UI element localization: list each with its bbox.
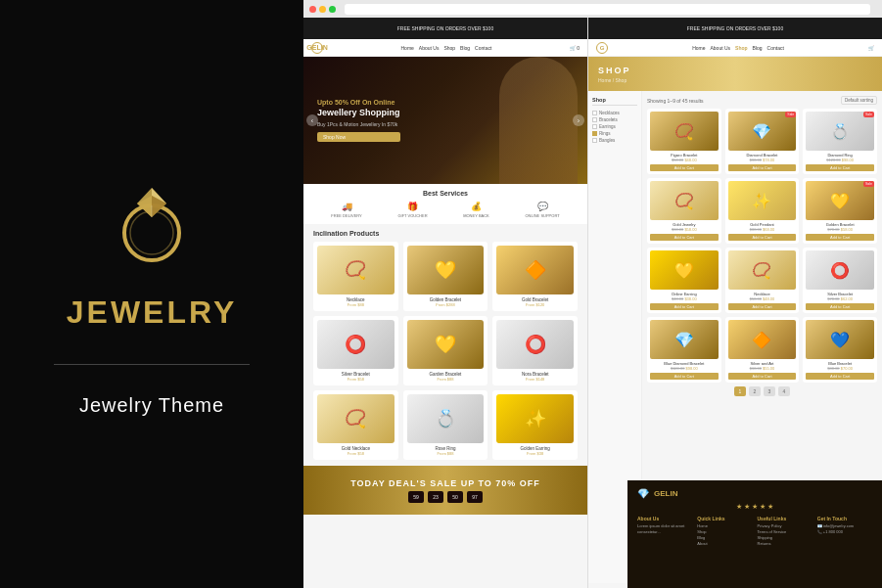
filter-bracelets[interactable]: Bracelets	[592, 116, 637, 123]
footer-contact: Get In Touch 📧 info@jewelry.com 📞 +1 800…	[817, 516, 872, 547]
shop-product-image: 🔶	[728, 320, 797, 359]
add-to-cart-button[interactable]: Add to Cart	[728, 164, 797, 171]
page-2[interactable]: 2	[749, 386, 761, 396]
delivery-label: FREE DELIVERY	[331, 213, 362, 218]
nav-blog[interactable]: Blog	[460, 45, 470, 51]
shop-nav-cart[interactable]: 🛒	[868, 45, 874, 51]
product-card[interactable]: ✨ Golden Earring From $38	[492, 390, 578, 460]
star-2: ★	[744, 503, 750, 511]
shop-nav-about[interactable]: About Us	[711, 45, 731, 51]
timer-ms: 97	[467, 491, 483, 503]
add-to-cart-button[interactable]: Add to Cart	[650, 373, 719, 380]
deal-title: TODAY DEAL'S SALE UP TO 70% OFF	[350, 478, 540, 488]
shop-product-image: 💍	[806, 112, 874, 151]
shop-products-grid: 📿 Figaro Bracelet $58.00 $48.00 Add to C…	[647, 109, 877, 383]
site-preview-left: FREE SHIPPING ON ORDERS OVER $100 GELIN …	[303, 18, 587, 588]
add-to-cart-button[interactable]: Add to Cart	[806, 303, 874, 310]
shop-product-price: $48.00 $38.00	[650, 296, 719, 301]
page-1[interactable]: 1	[734, 386, 746, 396]
product-card[interactable]: 💍 Rose Ring From $88	[403, 390, 488, 460]
site-logo: GELIN	[311, 42, 323, 54]
shop-product-price: $68.00 $58.00	[650, 227, 719, 232]
shop-product-price: $88.00 $70.00	[806, 366, 874, 371]
filter-necklaces[interactable]: Necklaces	[592, 110, 637, 116]
shop-product-card[interactable]: 📿 Gold Jewelry $68.00 $58.00 Add to Cart	[647, 178, 721, 244]
browser-minimize-dot[interactable]	[319, 6, 326, 13]
shop-product-card[interactable]: Sale 💛 Golden Bracelet $78.00 $58.00 Add…	[803, 178, 877, 244]
nav-contact[interactable]: Contact	[475, 45, 491, 51]
services-title: Best Services	[313, 190, 578, 197]
shop-top-bar-text: FREE SHIPPING ON ORDERS OVER $100	[687, 25, 783, 31]
hero-next-arrow[interactable]: ›	[573, 114, 584, 126]
logo-part2: Y	[213, 294, 237, 330]
product-card[interactable]: 📿 Gold Necklace From $58	[313, 390, 398, 460]
shop-product-card[interactable]: 🔶 Silver and Art $68.00 $55.00 Add to Ca…	[725, 317, 800, 383]
logo-brand-name: JEWELRY	[67, 294, 238, 331]
shop-product-card[interactable]: Sale 💎 Diamond Bracelet $98.00 $78.00 Ad…	[725, 109, 800, 174]
add-to-cart-button[interactable]: Add to Cart	[806, 234, 874, 241]
filter-rings[interactable]: Rings	[592, 130, 637, 137]
hero-shop-button[interactable]: Shop Now	[317, 132, 400, 142]
nav-about[interactable]: About Us	[419, 45, 440, 51]
add-to-cart-button[interactable]: Add to Cart	[728, 373, 797, 380]
shop-product-price: $120.00 $98.00	[650, 366, 719, 371]
add-to-cart-button[interactable]: Add to Cart	[806, 164, 874, 171]
footer-returns[interactable]: Returns	[758, 541, 812, 547]
filter-bangles[interactable]: Bangles	[592, 137, 637, 144]
product-card[interactable]: 💛 Golden Bracelet From $288	[403, 242, 488, 311]
footer-quick-title: Quick Links	[697, 516, 752, 521]
footer-logo-icon: 💎	[637, 488, 649, 499]
products-sort[interactable]: Default sorting	[841, 96, 877, 105]
product-card[interactable]: ⭕ Nora Bracelet From $148	[492, 316, 578, 385]
product-card[interactable]: 💛 Garden Bracelet From $88	[403, 316, 488, 385]
footer-about-text: Lorem ipsum dolor sit amet consectetur..…	[637, 523, 692, 535]
nav-shop[interactable]: Shop	[443, 45, 455, 51]
add-to-cart-button[interactable]: Add to Cart	[650, 303, 719, 310]
browser-close-dot[interactable]	[309, 6, 316, 13]
star-1: ★	[736, 503, 742, 511]
gift-icon: 🎁	[407, 202, 418, 211]
filter-earrings[interactable]: Earrings	[592, 123, 637, 130]
shop-product-card[interactable]: ⭕ Silver Bracelet $78.00 $62.00 Add to C…	[803, 248, 877, 313]
product-card[interactable]: 🔶 Gold Bracelet From $120	[492, 242, 578, 311]
product-price: From $148	[496, 377, 574, 382]
timer-hours: 59	[408, 491, 424, 503]
product-price: From $58	[317, 451, 395, 456]
add-to-cart-button[interactable]: Add to Cart	[728, 303, 797, 310]
product-price: From $58	[317, 377, 395, 382]
right-panel: FREE SHIPPING ON ORDERS OVER $100 GELIN …	[303, 0, 882, 588]
product-price: From $88	[317, 302, 395, 307]
nav-home[interactable]: Home	[400, 45, 413, 51]
shop-product-card[interactable]: 📿 Necklace $58.00 $48.00 Add to Cart	[725, 248, 800, 313]
product-card[interactable]: 📿 Necklace From $88	[313, 242, 398, 311]
page-4[interactable]: 4	[778, 386, 790, 396]
add-to-cart-button[interactable]: Add to Cart	[806, 373, 874, 380]
shop-product-image: 📿	[650, 181, 719, 220]
add-to-cart-button[interactable]: Add to Cart	[728, 234, 797, 241]
logo-icon	[98, 171, 206, 279]
page-3[interactable]: 3	[764, 386, 775, 396]
timer-minutes: 23	[428, 491, 443, 503]
shop-nav-shop[interactable]: Shop	[735, 45, 748, 51]
shop-nav-contact[interactable]: Contact	[767, 45, 784, 51]
browser-maximize-dot[interactable]	[329, 6, 336, 13]
browser-url-bar[interactable]	[345, 4, 870, 15]
nav-cart[interactable]: 🛒 0	[570, 45, 580, 51]
shop-product-card[interactable]: 💛 Online Earring $48.00 $38.00 Add to Ca…	[647, 248, 721, 313]
shop-product-card[interactable]: 💎 Blue Diamond Bracelet $120.00 $98.00 A…	[647, 317, 721, 383]
footer-quick-about[interactable]: About	[697, 541, 752, 547]
logo-text: JEWELRY	[67, 294, 238, 331]
footer-quick-links: Quick Links Home Shop Blog About	[697, 516, 752, 547]
add-to-cart-button[interactable]: Add to Cart	[650, 234, 719, 241]
shop-nav-home[interactable]: Home	[692, 45, 705, 51]
shop-product-card[interactable]: 💙 Blue Bracelet $88.00 $70.00 Add to Car…	[803, 317, 877, 383]
add-to-cart-button[interactable]: Add to Cart	[650, 164, 719, 171]
shop-product-price: $58.00 $48.00	[728, 296, 797, 301]
shop-nav-blog[interactable]: Blog	[753, 45, 763, 51]
shop-product-card[interactable]: Sale 💍 Diamond Ring $120.00 $98.00 Add t…	[803, 109, 877, 174]
shop-product-card[interactable]: ✨ Gold Pendant $88.00 $68.00 Add to Cart	[725, 178, 800, 244]
shop-product-card[interactable]: 📿 Figaro Bracelet $58.00 $48.00 Add to C…	[647, 109, 721, 174]
products-section: Inclination Products 📿 Necklace From $88…	[303, 224, 587, 466]
product-card[interactable]: ⭕ Silver Bracelet From $58	[313, 316, 398, 385]
footer-logo-row: 💎 GELIN	[637, 488, 872, 499]
